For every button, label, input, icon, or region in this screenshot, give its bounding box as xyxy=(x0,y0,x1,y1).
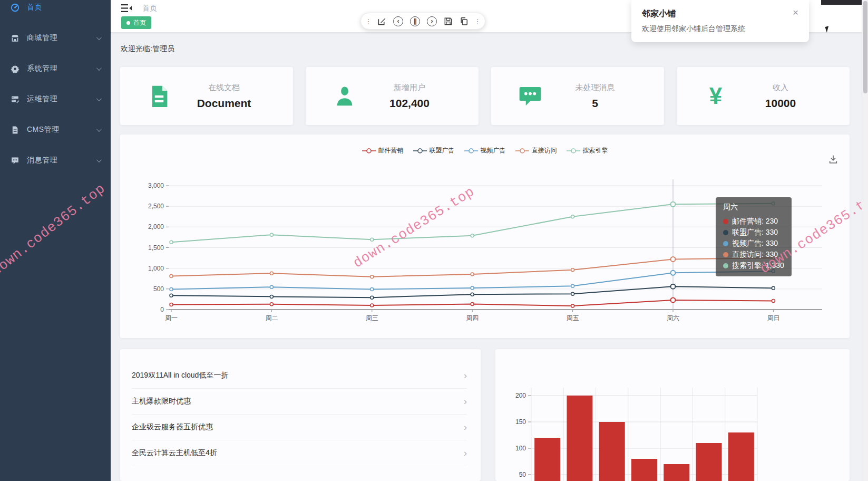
download-icon[interactable] xyxy=(828,155,838,164)
yen-icon xyxy=(704,84,727,108)
tab-label: 首页 xyxy=(133,18,146,27)
gear-icon xyxy=(11,64,19,73)
floating-toolbar: ⋮‹∥›⋮ xyxy=(360,13,485,30)
stat-card: 未处理消息 5 xyxy=(491,67,664,125)
more-dots-icon[interactable]: ⋮ xyxy=(475,17,480,25)
legend-item[interactable]: 视频广告 xyxy=(464,146,506,155)
legend-item[interactable]: 搜索引擎 xyxy=(567,146,608,155)
user-icon xyxy=(333,84,356,108)
promo-list-item[interactable]: 企业级云服务器五折优惠 › xyxy=(132,415,467,440)
gauge-icon xyxy=(11,3,19,12)
stat-card: 收入 10000 xyxy=(677,67,850,125)
stat-card-label: 收入 xyxy=(727,83,834,93)
sidebar-item-system[interactable]: 系统管理 xyxy=(0,61,111,76)
chevron-down-icon xyxy=(96,127,102,132)
save-icon[interactable] xyxy=(444,17,453,26)
shop-icon xyxy=(11,34,19,43)
more-dots-icon[interactable]: ⋮ xyxy=(366,17,370,25)
ops-icon xyxy=(11,95,19,104)
chevron-down-icon xyxy=(96,157,102,162)
scrollbar xyxy=(862,0,868,481)
svg-text:50: 50 xyxy=(519,471,526,478)
tooltip-row: 搜索引擎: 1,330 xyxy=(723,260,784,271)
legend-item[interactable]: 联盟广告 xyxy=(413,146,455,155)
sidebar-item-home[interactable]: 首页 xyxy=(0,0,111,15)
tooltip-row: 直接访问: 330 xyxy=(723,249,784,260)
chart-tooltip: 周六 邮件营销: 230 联盟广告: 330 视频广告: 330 直接访问: 3… xyxy=(716,197,792,276)
sidebar-item-mall[interactable]: 商城管理 xyxy=(0,31,111,45)
series-dot-icon xyxy=(723,230,728,235)
svg-text:200: 200 xyxy=(515,392,526,399)
message-bubble-icon xyxy=(519,84,542,108)
close-icon[interactable]: × xyxy=(793,7,798,17)
chevron-down-icon xyxy=(96,35,102,40)
svg-text:1,000: 1,000 xyxy=(148,265,164,272)
stat-card: 新增用户 102,400 xyxy=(306,67,479,125)
scrollbar-thumb[interactable] xyxy=(863,1,867,93)
pause-circle-icon[interactable]: ∥ xyxy=(410,16,420,26)
sidebar-item-cms[interactable]: CMS管理 xyxy=(0,122,111,137)
series-dot-icon xyxy=(723,219,728,224)
bar-chart: 50100150200 xyxy=(495,349,850,481)
chevron-right-icon: › xyxy=(464,421,467,433)
tooltip-title: 周六 xyxy=(723,203,784,212)
series-dot-icon xyxy=(723,263,728,268)
svg-text:2,500: 2,500 xyxy=(148,203,164,210)
stat-card: 在线文档 Document xyxy=(120,67,293,125)
bar-chart-card: 50100150200 xyxy=(495,349,850,481)
svg-text:0: 0 xyxy=(160,306,164,313)
chevron-right-icon: › xyxy=(464,447,467,459)
svg-text:周五: 周五 xyxy=(567,314,579,322)
stat-card-value: 10000 xyxy=(727,97,834,110)
legend-marker-icon xyxy=(464,148,478,153)
svg-text:周一: 周一 xyxy=(165,314,178,322)
svg-text:500: 500 xyxy=(153,285,164,293)
legend-marker-icon xyxy=(515,148,529,153)
legend-marker-icon xyxy=(413,148,427,153)
svg-text:150: 150 xyxy=(515,418,526,426)
tooltip-row: 联盟广告: 330 xyxy=(723,227,784,238)
promo-list-item[interactable]: 主机爆款限时优惠 › xyxy=(132,389,467,415)
back-circle-icon[interactable]: ‹ xyxy=(393,16,403,26)
svg-text:周四: 周四 xyxy=(466,314,479,322)
legend-item[interactable]: 直接访问 xyxy=(515,146,557,155)
copy-icon[interactable] xyxy=(460,17,469,26)
notification-popup: 邻家小铺 欢迎使用邻家小铺后台管理系统 × xyxy=(631,0,809,42)
chevron-down-icon xyxy=(96,65,102,71)
forward-circle-icon[interactable]: › xyxy=(427,16,437,26)
series-dot-icon xyxy=(723,241,728,246)
svg-text:2,000: 2,000 xyxy=(148,223,164,230)
svg-text:周六: 周六 xyxy=(667,314,679,322)
notification-message: 欢迎使用邻家小铺后台管理系统 xyxy=(642,24,798,34)
stat-card-value: 5 xyxy=(542,97,648,110)
tooltip-row: 邮件营销: 230 xyxy=(723,216,784,227)
sidebar: 首页 商城管理 系统管理 运维管理 CMS管理 消息管理 xyxy=(0,0,111,481)
svg-text:周二: 周二 xyxy=(265,314,278,322)
tab-home[interactable]: 首页 xyxy=(121,16,151,29)
sidebar-item-message[interactable]: 消息管理 xyxy=(0,153,111,168)
stat-card-label: 未处理消息 xyxy=(542,83,648,93)
legend-item[interactable]: 邮件营销 xyxy=(362,146,404,155)
browser-corner-strip xyxy=(821,0,865,5)
stat-card-value: 102,400 xyxy=(356,97,463,110)
svg-text:3,000: 3,000 xyxy=(148,182,164,189)
svg-text:100: 100 xyxy=(515,445,526,452)
sidebar-item-ops[interactable]: 运维管理 xyxy=(0,92,111,107)
chevron-right-icon: › xyxy=(464,370,467,381)
svg-text:周三: 周三 xyxy=(366,314,378,322)
chart-legend: 邮件营销 联盟广告 视频广告 直接访问 搜索引擎 xyxy=(120,146,850,155)
notification-title: 邻家小铺 xyxy=(642,8,798,20)
svg-text:周日: 周日 xyxy=(767,314,779,322)
hamburger-icon[interactable] xyxy=(121,4,132,13)
tab-active-dot xyxy=(126,21,130,25)
stat-cards-row: 在线文档 Document 新增用户 102,400 未处理消息 5 收入 10… xyxy=(120,67,850,125)
promo-list-item[interactable]: 2019双11All in cloud低至一折 › xyxy=(132,363,467,389)
edit-icon[interactable] xyxy=(377,17,386,26)
app-root: 首页 首页 ⋮‹∥›⋮ 首页 商城管理 系统管理 运维管理 CMS管理 xyxy=(0,0,868,481)
stat-card-label: 在线文档 xyxy=(171,83,277,93)
legend-marker-icon xyxy=(362,148,376,153)
promo-list-item[interactable]: 全民云计算云主机低至4折 › xyxy=(132,440,467,466)
legend-marker-icon xyxy=(567,148,580,153)
stat-card-value: Document xyxy=(171,97,277,110)
message-icon xyxy=(11,156,19,165)
